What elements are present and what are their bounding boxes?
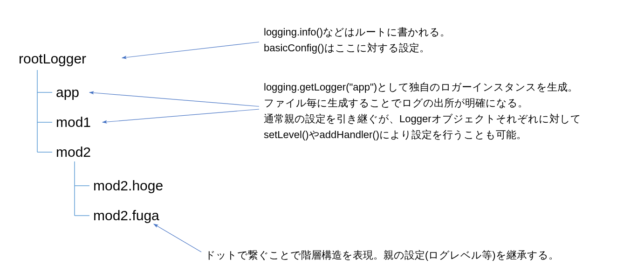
annotation-getlogger-line3: 通常親の設定を引き継ぐが、Loggerオブジェクトそれぞれに対して (264, 111, 581, 127)
arrow-to-root (122, 42, 259, 58)
tree-connectors-level2 (75, 161, 89, 216)
annotation-getlogger-line1: logging.getLogger("app")として独自のロガーインスタンスを… (264, 79, 581, 95)
annotation-root-line2: basicConfig()はここに対する設定。 (264, 40, 450, 56)
annotation-getlogger-line4: setLevel()やaddHandler()により設定を行うことも可能。 (264, 127, 581, 143)
node-app: app (56, 84, 79, 101)
node-root: rootLogger (19, 50, 86, 67)
arrow-to-app (89, 92, 259, 106)
arrow-to-mod1 (103, 109, 259, 122)
annotation-root-line1: logging.info()などはルートに書かれる。 (264, 24, 450, 40)
annotation-getlogger-line2: ファイル毎に生成することでログの出所が明確になる。 (264, 95, 581, 111)
arrow-to-mod2-fuga (154, 224, 201, 252)
node-mod2-fuga: mod2.fuga (93, 207, 159, 224)
node-mod1: mod1 (56, 114, 91, 131)
tree-connectors-level1 (37, 70, 52, 152)
node-mod2-hoge: mod2.hoge (93, 177, 163, 194)
annotation-dot: ドットで繋ぐことで階層構造を表現。親の設定(ログレベル等)を継承する。 (205, 247, 559, 263)
annotation-getlogger: logging.getLogger("app")として独自のロガーインスタンスを… (264, 79, 581, 143)
annotation-dot-line1: ドットで繋ぐことで階層構造を表現。親の設定(ログレベル等)を継承する。 (205, 247, 559, 263)
node-mod2: mod2 (56, 144, 91, 161)
annotation-root: logging.info()などはルートに書かれる。 basicConfig()… (264, 24, 450, 56)
